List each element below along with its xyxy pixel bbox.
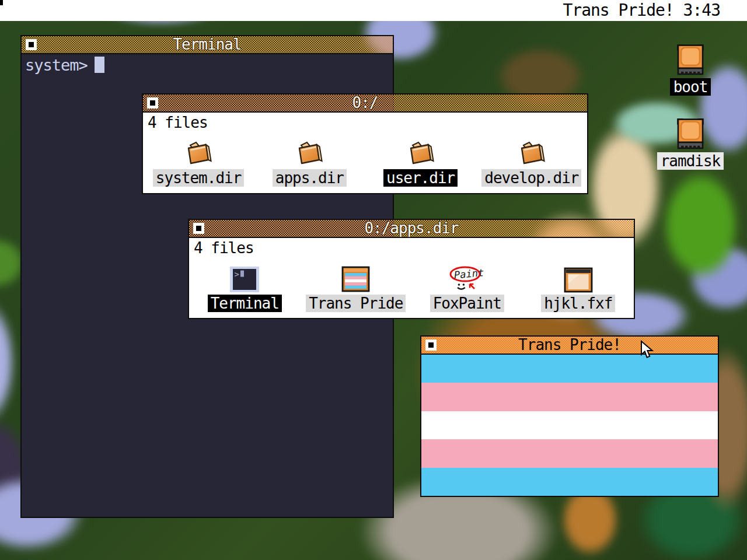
- file-item[interactable]: apps.dir: [254, 132, 365, 187]
- window-title: Terminal: [22, 36, 393, 53]
- close-icon: [196, 226, 201, 231]
- foxpaint-app-icon: Paint: [449, 266, 484, 293]
- close-button[interactable]: [193, 223, 204, 234]
- file-label: FoxPaint: [430, 295, 504, 312]
- file-item[interactable]: > Terminal: [189, 258, 301, 312]
- svg-text:Paint: Paint: [453, 267, 484, 281]
- file-label: system.dir: [153, 169, 245, 187]
- root-dir-titlebar[interactable]: 0:/: [143, 94, 587, 113]
- file-label: develop.dir: [481, 169, 581, 187]
- trans-pride-window: Trans Pride!: [420, 335, 719, 497]
- folder-icon: [295, 141, 323, 167]
- file-item[interactable]: hjkl.fxf: [523, 258, 634, 312]
- file-row: system.dir apps.dir user.dir develop.dir: [143, 132, 587, 187]
- close-icon: [428, 342, 434, 348]
- flag-stripe: [421, 383, 718, 411]
- corner-mark: [0, 0, 3, 5]
- trans-pride-app-icon: [341, 266, 371, 293]
- file-label: Terminal: [208, 295, 282, 312]
- flag-stripe: [421, 468, 718, 496]
- terminal-prompt: system>: [25, 56, 88, 74]
- file-label: user.dir: [383, 169, 458, 187]
- svg-text:>: >: [235, 270, 239, 279]
- root-dir-window: 0:/ 4 files system.dir apps.dir user.dir…: [142, 93, 588, 194]
- trans-pride-titlebar[interactable]: Trans Pride!: [421, 337, 718, 355]
- file-item[interactable]: system.dir: [143, 132, 254, 187]
- apps-dir-titlebar[interactable]: 0:/apps.dir: [189, 220, 634, 238]
- folder-icon: [407, 141, 435, 167]
- terminal-titlebar[interactable]: Terminal: [22, 36, 393, 54]
- folder-icon: [518, 141, 546, 167]
- apps-dir-window: 0:/apps.dir 4 files > Terminal Trans Pri…: [188, 219, 635, 319]
- disk-icon: [676, 118, 704, 150]
- trans-flag: [421, 355, 718, 496]
- file-count-status: 4 files: [143, 113, 587, 131]
- file-item[interactable]: Paint FoxPaint: [411, 258, 523, 312]
- fxf-file-icon: [564, 267, 593, 293]
- close-icon: [29, 42, 34, 47]
- close-button[interactable]: [26, 39, 37, 50]
- desktop-icon-label: ramdisk: [657, 152, 724, 170]
- close-button[interactable]: [425, 340, 437, 351]
- menubar: Trans Pride! 3:43: [0, 0, 747, 21]
- file-item[interactable]: user.dir: [365, 132, 476, 187]
- file-count-status: 4 files: [189, 238, 634, 257]
- file-row: > Terminal Trans Pride Paint FoxPaint hj…: [189, 258, 634, 312]
- file-item[interactable]: Trans Pride: [301, 258, 412, 312]
- close-icon: [150, 100, 155, 106]
- status-clock: Trans Pride! 3:43: [563, 0, 720, 21]
- flag-stripe: [421, 439, 718, 467]
- disk-icon: [676, 44, 704, 76]
- terminal-cursor: [95, 57, 104, 73]
- desktop-icon-label: boot: [670, 78, 711, 96]
- terminal-app-icon: >: [229, 266, 260, 293]
- file-label: apps.dir: [273, 169, 347, 187]
- window-title: 0:/apps.dir: [189, 220, 634, 237]
- window-title: Trans Pride!: [421, 337, 718, 354]
- desktop-icon-ramdisk[interactable]: ramdisk: [657, 118, 724, 170]
- flag-stripe: [421, 411, 718, 439]
- close-button[interactable]: [147, 97, 158, 108]
- file-item[interactable]: develop.dir: [476, 132, 587, 187]
- window-title: 0:/: [143, 94, 587, 111]
- file-list-area: 4 files > Terminal Trans Pride Paint Fox…: [189, 238, 634, 318]
- flag-stripe: [421, 355, 718, 383]
- desktop-icon-boot[interactable]: boot: [657, 44, 724, 96]
- file-label: hjkl.fxf: [541, 295, 615, 312]
- arrow-cursor-icon: [640, 340, 655, 360]
- file-list-area: 4 files system.dir apps.dir user.dir dev…: [143, 113, 587, 193]
- file-label: Trans Pride: [306, 295, 406, 312]
- folder-icon: [184, 141, 212, 167]
